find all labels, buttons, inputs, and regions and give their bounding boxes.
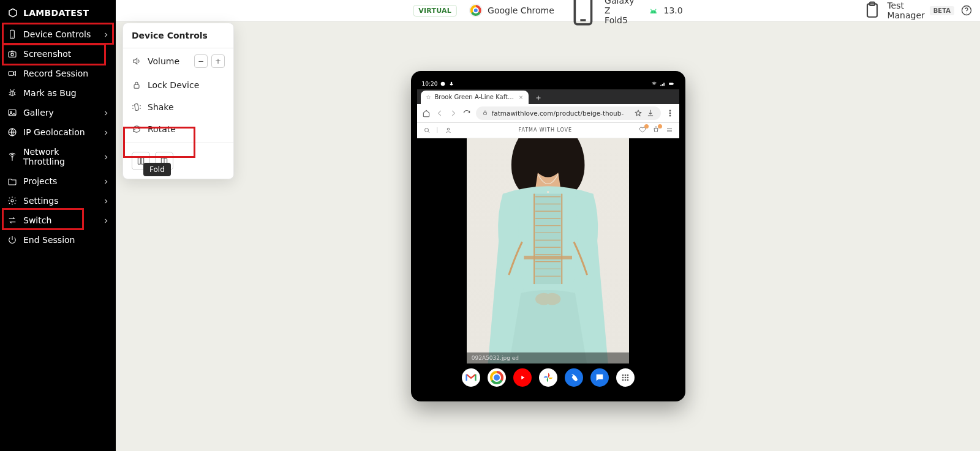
dock-app-phone[interactable]: [565, 368, 583, 387]
sidebar-item-label: Switch: [23, 215, 97, 225]
brand-name: LAMBDATEST: [23, 8, 89, 18]
virtual-badge: VIRTUAL: [413, 5, 457, 17]
lock-icon: [482, 110, 488, 117]
dock-app-photos[interactable]: [539, 368, 557, 387]
chrome-icon: [469, 4, 483, 17]
chrome-address-bar: fatmawithlove.com/product/beige-thoub-: [417, 104, 679, 123]
svg-point-57: [627, 376, 628, 378]
svg-point-11: [11, 53, 13, 56]
kebab-icon[interactable]: [666, 109, 674, 117]
sidebar-item-projects[interactable]: Projects: [0, 171, 116, 191]
device-frame: 10:20 Brook Green A-Line Kaftan W: [411, 71, 685, 401]
sidebar-item-device-controls[interactable]: Device Controls: [0, 24, 116, 44]
site-header: | FATMA WITH LOVE: [417, 123, 679, 138]
sidebar-item-ip-geolocation[interactable]: IP Geolocation: [0, 122, 116, 142]
battery-icon: [668, 81, 674, 87]
sidebar-item-end-session[interactable]: End Session: [0, 230, 116, 250]
help-icon[interactable]: [960, 4, 973, 17]
svg-point-3: [654, 12, 655, 12]
status-dnd-icon: [440, 81, 446, 87]
svg-point-54: [627, 374, 628, 376]
topbar-browser-label: Google Chrome: [488, 6, 554, 15]
sidebar-item-label: Network Throttling: [23, 147, 97, 166]
svg-point-17: [12, 156, 13, 157]
android-icon: [648, 5, 659, 16]
svg-rect-27: [483, 112, 486, 114]
topbar-browser[interactable]: Google Chrome: [469, 4, 554, 17]
chevron-right-icon: [104, 108, 108, 117]
android-status-bar: 10:20: [417, 78, 679, 89]
forward-icon[interactable]: [449, 109, 458, 117]
menu-icon[interactable]: [666, 127, 673, 134]
close-tab-icon[interactable]: [518, 94, 524, 100]
svg-rect-48: [524, 255, 572, 259]
phone-icon: [7, 29, 17, 39]
chevron-right-icon: [104, 176, 108, 186]
dock-app-drawer[interactable]: [616, 368, 635, 387]
user-icon[interactable]: [445, 127, 452, 134]
folder-icon: [7, 176, 17, 186]
chevron-right-icon: [104, 29, 108, 39]
download-icon[interactable]: [646, 109, 655, 117]
home-icon[interactable]: [422, 109, 431, 117]
back-icon[interactable]: [435, 109, 444, 117]
dock-app-gmail[interactable]: [462, 368, 480, 387]
sidebar: LAMBDATEST Device Controls Screenshot Re…: [0, 0, 116, 451]
cart-icon[interactable]: [652, 126, 660, 135]
dock-app-messages[interactable]: [590, 368, 609, 387]
search-icon[interactable]: [423, 127, 431, 134]
svg-point-60: [627, 379, 628, 381]
globe-icon: [7, 127, 17, 137]
star-icon[interactable]: [634, 109, 643, 117]
signal-icon: [660, 81, 666, 87]
plus-icon: [535, 94, 542, 102]
svg-rect-25: [669, 83, 673, 84]
image-icon: [7, 108, 17, 117]
topbar-os[interactable]: 13.0: [648, 5, 683, 16]
url-bar[interactable]: fatmawithlove.com/product/beige-thoub-: [476, 106, 661, 120]
image-caption: 092A5032.jpg ed: [467, 352, 629, 363]
sidebar-item-record-session[interactable]: Record Session: [0, 64, 116, 83]
test-manager-link[interactable]: Test Manager BETA: [862, 1, 954, 20]
browser-tab[interactable]: Brook Green A-Line Kaftan W: [421, 91, 529, 104]
brand-logo-icon: [7, 7, 18, 18]
svg-rect-33: [534, 193, 562, 283]
video-icon: [7, 69, 17, 78]
dock-app-chrome[interactable]: [488, 368, 506, 387]
chevron-right-icon: [104, 215, 108, 225]
sidebar-item-mark-bug[interactable]: Mark as Bug: [0, 83, 116, 103]
status-mic-icon: [448, 81, 454, 87]
chrome-tabstrip: Brook Green A-Line Kaftan W: [417, 89, 679, 104]
svg-rect-10: [9, 52, 16, 58]
brand[interactable]: LAMBDATEST: [0, 4, 116, 24]
stage: 10:20 Brook Green A-Line Kaftan W: [116, 21, 980, 451]
sidebar-item-label: Gallery: [23, 108, 97, 117]
sidebar-item-label: Screenshot: [23, 49, 108, 59]
svg-point-59: [624, 379, 626, 381]
sidebar-item-network-throttling[interactable]: Network Throttling: [0, 142, 116, 171]
bug-icon: [7, 88, 17, 98]
new-tab-button[interactable]: [532, 92, 545, 104]
svg-rect-12: [9, 72, 13, 76]
sidebar-item-screenshot[interactable]: Screenshot: [0, 44, 116, 64]
sidebar-item-gallery[interactable]: Gallery: [0, 103, 116, 122]
dock-app-youtube[interactable]: [513, 368, 532, 387]
svg-point-2: [652, 12, 652, 12]
svg-point-28: [669, 110, 671, 111]
status-time: 10:20: [422, 81, 438, 87]
svg-point-29: [669, 113, 671, 114]
swap-icon: [7, 215, 17, 225]
gear-icon: [7, 196, 17, 206]
sidebar-item-settings[interactable]: Settings: [0, 191, 116, 211]
svg-point-58: [622, 379, 624, 381]
sidebar-item-switch[interactable]: Switch: [0, 211, 116, 230]
svg-point-23: [441, 81, 445, 86]
svg-point-7: [967, 13, 967, 13]
wishlist-icon[interactable]: [639, 126, 646, 135]
topbar-right: Test Manager BETA: [862, 1, 973, 20]
sidebar-item-label: Mark as Bug: [23, 88, 108, 98]
site-brand[interactable]: FATMA WITH LOVE: [519, 127, 573, 133]
reload-icon[interactable]: [462, 109, 471, 117]
svg-point-30: [669, 115, 671, 116]
product-image: 092A5032.jpg ed: [467, 138, 629, 363]
